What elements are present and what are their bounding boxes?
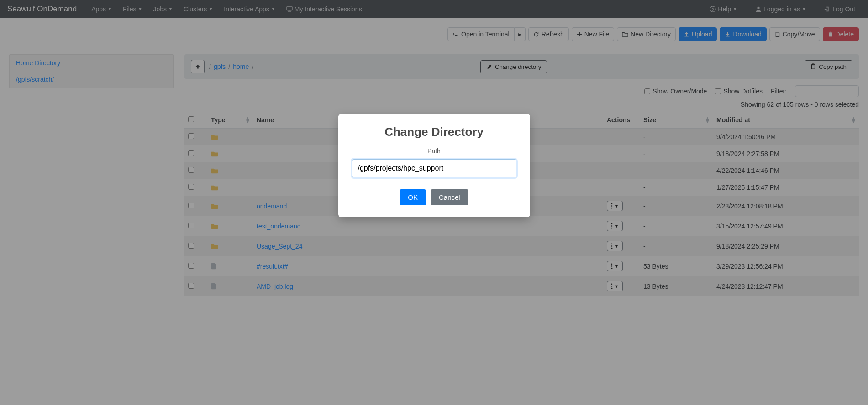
modal-path-label: Path xyxy=(352,147,516,155)
modal-ok-button[interactable]: OK xyxy=(400,189,426,205)
modal-path-input[interactable] xyxy=(352,159,516,177)
modal-title: Change Directory xyxy=(352,125,516,139)
change-directory-modal: Change Directory Path OK Cancel xyxy=(338,114,530,217)
modal-overlay: Change Directory Path OK Cancel xyxy=(0,0,868,304)
modal-buttons: OK Cancel xyxy=(352,189,516,205)
modal-cancel-button[interactable]: Cancel xyxy=(431,189,468,205)
